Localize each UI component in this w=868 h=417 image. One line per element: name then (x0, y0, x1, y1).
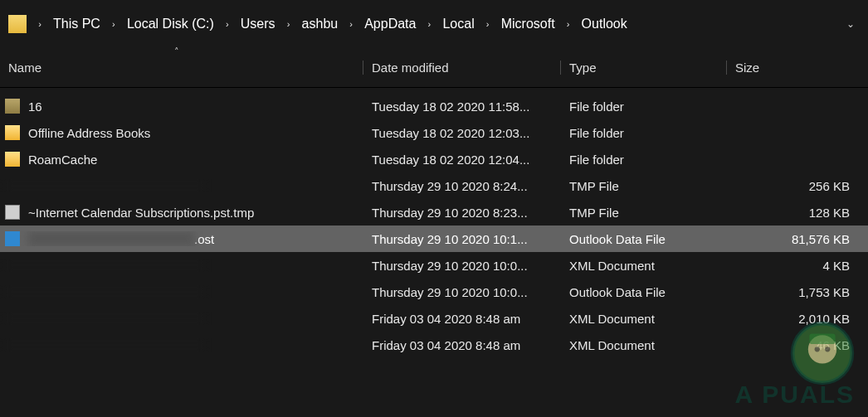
file-size: 128 KB (727, 206, 868, 220)
column-header-type[interactable]: Type (561, 61, 727, 75)
file-size: 4 KB (727, 259, 868, 273)
address-bar[interactable]: › This PC › Local Disk (C:) › Users › as… (0, 0, 868, 48)
file-date: Thursday 29 10 2020 10:0... (363, 285, 561, 299)
table-row[interactable]: Friday 03 04 2020 8:48 am XML Document 4… (0, 332, 868, 358)
table-row[interactable]: Thursday 29 10 2020 8:24... TMP File 256… (0, 172, 868, 199)
file-type: File folder (561, 126, 727, 140)
file-size: 1,753 KB (727, 285, 868, 299)
table-row[interactable]: Thursday 29 10 2020 10:0... XML Document… (0, 252, 868, 279)
chevron-right-icon[interactable]: › (343, 19, 359, 29)
table-row[interactable]: RoamCache Tuesday 18 02 2020 12:04... Fi… (0, 146, 868, 172)
redacted-file-name (28, 231, 194, 246)
folder-icon (5, 125, 20, 140)
file-type: Outlook Data File (561, 232, 727, 246)
redacted-file-name (5, 312, 204, 325)
table-row-selected[interactable]: .ost Thursday 29 10 2020 10:1... Outlook… (0, 225, 868, 252)
file-name: .ost (194, 232, 214, 246)
redacted-file-name (5, 338, 204, 352)
file-type: XML Document (561, 312, 727, 326)
file-date: Tuesday 18 02 2020 11:58... (363, 99, 561, 114)
folder-icon (5, 99, 20, 114)
file-size: 256 KB (727, 179, 868, 193)
watermark-text: A PUALS (697, 381, 855, 409)
file-date: Tuesday 18 02 2020 12:04... (363, 153, 561, 167)
outlook-data-file-icon (5, 231, 20, 246)
chevron-right-icon[interactable]: › (280, 19, 297, 29)
file-type: TMP File (561, 179, 727, 193)
folder-icon (8, 15, 27, 33)
file-type: XML Document (561, 338, 727, 352)
table-row[interactable]: Friday 03 04 2020 8:48 am XML Document 2… (0, 305, 868, 332)
breadcrumb-segment[interactable]: Local Disk (C:) (122, 13, 219, 35)
table-row[interactable]: Thursday 29 10 2020 10:0... Outlook Data… (0, 279, 868, 305)
chevron-down-icon[interactable]: ⌄ (846, 18, 860, 30)
breadcrumb-segment[interactable]: Outlook (577, 13, 632, 35)
table-row[interactable]: ~Internet Calendar Subscriptions.pst.tmp… (0, 199, 868, 225)
file-size: 81,576 KB (727, 232, 868, 246)
file-type: File folder (561, 153, 727, 167)
breadcrumb-segment[interactable]: This PC (48, 13, 105, 35)
redacted-file-name (5, 179, 204, 192)
file-date: Tuesday 18 02 2020 12:03... (363, 126, 561, 140)
file-type: Outlook Data File (561, 285, 727, 299)
file-date: Thursday 29 10 2020 8:23... (363, 206, 561, 220)
file-list: 16 Tuesday 18 02 2020 11:58... File fold… (0, 88, 868, 358)
breadcrumb-segment[interactable]: Microsoft (496, 13, 560, 35)
folder-icon (5, 152, 20, 167)
file-size: 2,010 KB (727, 312, 868, 326)
file-name: Offline Address Books (28, 126, 150, 140)
file-date: Thursday 29 10 2020 10:0... (363, 259, 561, 273)
column-headers: ˄ Name Date modified Type Size (0, 48, 868, 88)
file-name: RoamCache (28, 153, 97, 167)
file-date: Friday 03 04 2020 8:48 am (363, 312, 561, 326)
redacted-file-name (5, 259, 204, 272)
chevron-right-icon[interactable]: › (32, 19, 48, 29)
breadcrumb-segment[interactable]: Local (437, 13, 479, 35)
chevron-right-icon[interactable]: › (421, 19, 437, 29)
file-date: Friday 03 04 2020 8:48 am (363, 338, 561, 352)
file-date: Thursday 29 10 2020 8:24... (363, 179, 561, 193)
chevron-right-icon[interactable]: › (219, 19, 236, 29)
file-type: File folder (561, 99, 727, 114)
chevron-right-icon[interactable]: › (480, 19, 496, 29)
column-header-date[interactable]: Date modified (363, 61, 561, 75)
file-name: 16 (28, 99, 42, 114)
chevron-right-icon[interactable]: › (560, 19, 577, 29)
column-header-name[interactable]: Name (0, 61, 363, 75)
redacted-file-name (5, 285, 204, 298)
chevron-right-icon[interactable]: › (105, 19, 122, 29)
table-row[interactable]: Offline Address Books Tuesday 18 02 2020… (0, 119, 868, 146)
file-size: 46 KB (727, 338, 868, 352)
file-type: TMP File (561, 206, 727, 220)
file-icon (5, 205, 20, 220)
breadcrumb-segment[interactable]: Users (236, 13, 280, 35)
column-header-size[interactable]: Size (727, 61, 868, 75)
table-row[interactable]: 16 Tuesday 18 02 2020 11:58... File fold… (0, 93, 868, 119)
sort-indicator-icon: ˄ (174, 46, 179, 57)
file-name: ~Internet Calendar Subscriptions.pst.tmp (28, 206, 254, 220)
breadcrumb-segment[interactable]: ashbu (297, 13, 344, 35)
file-date: Thursday 29 10 2020 10:1... (363, 232, 561, 246)
breadcrumb-segment[interactable]: AppData (359, 13, 421, 35)
file-type: XML Document (561, 259, 727, 273)
